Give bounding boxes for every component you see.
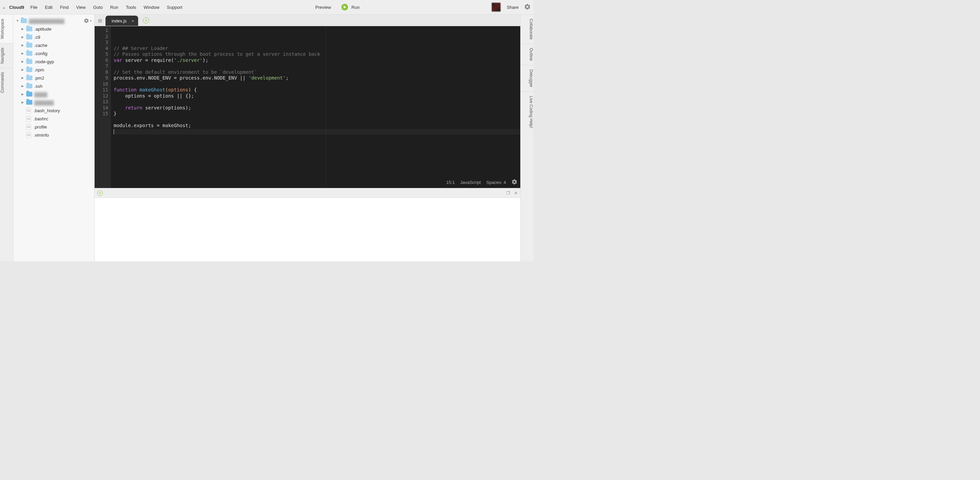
code-content[interactable]: // ## Server Loader// Passes options thr…	[111, 26, 520, 188]
folder-label: .ssh	[34, 84, 43, 89]
menu-find[interactable]: Find	[60, 5, 68, 10]
code-line: process.env.NODE_ENV = process.env.NODE_…	[114, 75, 520, 81]
code-editor[interactable]: 123456789101112131415 // ## Server Loade…	[95, 26, 520, 188]
folder-label: .c9	[34, 35, 40, 40]
code-line	[114, 129, 520, 135]
file-label: .bash_history	[34, 108, 60, 113]
rail-debugger[interactable]: Debugger	[520, 65, 533, 92]
tree-root[interactable]: ▓▓▓▓▓▓▓▓▓▓▓ ▼	[13, 17, 94, 25]
cursor	[114, 129, 114, 134]
tree-file[interactable]: .profile	[13, 123, 94, 131]
file-label: .profile	[34, 124, 47, 130]
cursor-position[interactable]: 15:1	[446, 180, 455, 185]
run-button[interactable]: Run	[341, 4, 360, 11]
tree-folder[interactable]: ▓▓▓▓▓▓	[13, 98, 94, 106]
chevron-right-icon	[21, 43, 25, 47]
menu-run[interactable]: Run	[110, 5, 118, 10]
collapse-icon[interactable]: ▴	[3, 5, 5, 10]
code-line: function makeGhost(options) {	[114, 87, 520, 93]
sidebar-gear[interactable]: ▼	[84, 18, 92, 24]
tree-folder[interactable]: .aptitude	[13, 25, 94, 33]
menu-view[interactable]: View	[76, 5, 86, 10]
chevron-right-icon	[21, 35, 25, 39]
tree-folder[interactable]: ▓▓▓▓	[13, 90, 94, 98]
file-icon	[26, 132, 31, 138]
code-line: module.exports = makeGhost;	[114, 123, 520, 129]
rail-commands[interactable]: Commands	[0, 68, 13, 97]
chevron-right-icon	[21, 27, 25, 31]
chevron-down-icon	[16, 19, 19, 22]
close-icon[interactable]: ✕	[514, 191, 517, 195]
share-button[interactable]: Share	[507, 5, 519, 10]
tree-folder[interactable]: .c9	[13, 33, 94, 41]
add-terminal-button[interactable]: +	[97, 190, 103, 196]
tree-folder[interactable]: .pm2	[13, 74, 94, 82]
maximize-icon[interactable]: ❐	[506, 191, 510, 195]
menu-goto[interactable]: Goto	[93, 5, 103, 10]
run-label: Run	[352, 5, 360, 10]
file-icon	[26, 108, 31, 114]
root-label: ▓▓▓▓▓▓▓▓▓▓▓	[29, 18, 64, 24]
rail-workspace[interactable]: Workspace	[0, 14, 13, 43]
editor-area: ▤ index.js × + 123456789101112131415 // …	[95, 14, 520, 261]
tab-index-js[interactable]: index.js ×	[105, 16, 138, 26]
code-line	[114, 99, 520, 105]
code-line	[114, 81, 520, 87]
rail-navigate[interactable]: Navigate	[0, 43, 13, 68]
code-line	[114, 63, 520, 69]
menu-tools[interactable]: Tools	[126, 5, 136, 10]
menu-window[interactable]: Window	[143, 5, 159, 10]
tree-folder[interactable]: .npm	[13, 66, 94, 74]
left-rail: WorkspaceNavigateCommands	[0, 14, 13, 261]
chevron-right-icon	[21, 68, 25, 71]
chevron-right-icon	[21, 60, 25, 63]
code-line: var server = require('./server');	[114, 57, 520, 63]
rail-outline[interactable]: Outline	[520, 43, 533, 65]
statusbar: 15:1 JavaScript Spaces: 4	[446, 179, 517, 186]
gear-icon[interactable]	[511, 179, 517, 186]
tree-file[interactable]: .bash_history	[13, 106, 94, 114]
folder-label: .npm	[34, 67, 44, 73]
tree-folder[interactable]: .config	[13, 49, 94, 57]
chevron-right-icon	[21, 76, 25, 79]
tab-label: index.js	[111, 18, 127, 24]
code-line	[114, 117, 520, 123]
file-icon	[26, 116, 31, 122]
language-mode[interactable]: JavaScript	[460, 180, 481, 185]
close-icon[interactable]: ×	[131, 18, 134, 24]
play-icon	[341, 4, 348, 11]
folder-label: .cache	[34, 43, 47, 48]
folder-label: ▓▓▓▓	[34, 92, 47, 97]
preview-button[interactable]: Preview	[315, 5, 331, 10]
rail-collaborate[interactable]: Collaborate	[520, 14, 533, 43]
tree-folder[interactable]: .node-gyp	[13, 57, 94, 66]
add-tab-button[interactable]: +	[143, 17, 149, 24]
tree-file[interactable]: .bashrc	[13, 114, 94, 123]
sidebar: ▓▓▓▓▓▓▓▓▓▓▓ ▼ .aptitude.c9.cache.config.…	[13, 14, 95, 261]
tree-folder[interactable]: .cache	[13, 41, 94, 49]
chevron-right-icon	[21, 52, 25, 55]
menu-edit[interactable]: Edit	[45, 5, 52, 10]
menu-support[interactable]: Support	[167, 5, 182, 10]
code-line: return server(options);	[114, 105, 520, 111]
bottom-panel: + ❐ ✕	[95, 188, 520, 261]
folder-icon	[26, 27, 32, 31]
folder-label: .pm2	[34, 76, 44, 81]
chevron-right-icon	[21, 84, 25, 88]
gear-icon[interactable]	[524, 3, 531, 11]
code-line: // ## Server Loader	[114, 46, 520, 52]
bottom-panel-body[interactable]	[95, 198, 520, 261]
avatar[interactable]	[492, 3, 501, 11]
rail-live-coding-help-[interactable]: Live Coding Help!	[520, 92, 533, 132]
tree-folder[interactable]: .ssh	[13, 82, 94, 90]
folder-label: ▓▓▓▓▓▓	[34, 100, 54, 105]
brand[interactable]: Cloud9	[9, 5, 24, 10]
panel-stack-icon[interactable]: ▤	[98, 18, 102, 23]
tree-file[interactable]: .viminfo	[13, 131, 94, 139]
bottom-panel-header: + ❐ ✕	[95, 189, 520, 198]
indent-setting[interactable]: Spaces: 4	[486, 180, 506, 185]
folder-label: .node-gyp	[34, 59, 54, 64]
menu-file[interactable]: File	[30, 5, 37, 10]
chevron-right-icon	[21, 92, 25, 96]
file-label: .bashrc	[34, 116, 48, 121]
